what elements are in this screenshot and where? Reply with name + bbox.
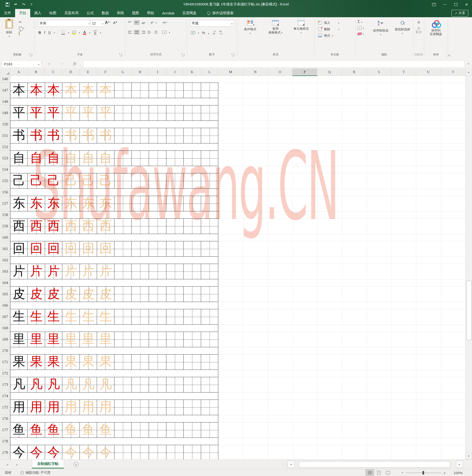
row-header-168[interactable]: 168	[0, 324, 10, 332]
practice-cell[interactable]: 平	[45, 105, 62, 120]
practice-cell[interactable]: 鱼	[28, 423, 45, 438]
sort-filter-button[interactable]: AZ 排序和筛选	[370, 20, 391, 36]
practice-cell[interactable]	[166, 219, 184, 234]
row-header-153[interactable]: 153	[0, 151, 10, 166]
enter-button[interactable]: ✓	[58, 60, 66, 67]
practice-cell[interactable]: 西	[45, 219, 62, 234]
column-header-V[interactable]: V	[441, 68, 466, 76]
practice-cell[interactable]	[132, 151, 149, 166]
practice-cell[interactable]	[166, 355, 184, 370]
practice-cell[interactable]	[132, 355, 149, 370]
ribbon-tab-视图[interactable]: 视图	[128, 9, 143, 17]
format-as-table-button[interactable]: 套用 表格格式	[263, 20, 287, 35]
practice-cell[interactable]: 西	[62, 219, 80, 234]
practice-cell[interactable]: 今	[45, 445, 62, 459]
practice-cell[interactable]	[149, 355, 166, 370]
practice-cell[interactable]	[184, 219, 201, 234]
row-header-156[interactable]: 156	[0, 189, 10, 196]
row-header-177[interactable]: 177	[0, 422, 10, 438]
practice-cell[interactable]	[132, 377, 149, 392]
row-header-149[interactable]: 149	[0, 105, 10, 121]
fill-color-dropdown[interactable]	[79, 31, 80, 34]
practice-cell[interactable]	[201, 287, 218, 302]
align-center-button[interactable]	[134, 30, 140, 34]
row-header-172[interactable]: 172	[0, 370, 10, 377]
practice-cell[interactable]	[132, 128, 149, 143]
percent-style-button[interactable]: %	[202, 31, 205, 35]
column-header-B[interactable]: B	[28, 68, 45, 76]
align-right-button[interactable]	[142, 31, 145, 34]
practice-cell[interactable]	[201, 355, 218, 370]
column-header-E[interactable]: E	[80, 68, 97, 76]
row-header-159[interactable]: 159	[0, 219, 10, 234]
decrease-font-size-button[interactable]: A▼	[113, 21, 117, 25]
practice-cell[interactable]: 里	[62, 332, 80, 347]
new-sheet-button[interactable]: +	[74, 462, 79, 467]
orientation-dropdown[interactable]	[156, 21, 157, 24]
practice-cell[interactable]: 皮	[80, 287, 97, 302]
practice-cell[interactable]: 东	[62, 196, 80, 211]
row-header-158[interactable]: 158	[0, 211, 10, 219]
vertical-scroll-thumb[interactable]	[466, 281, 472, 340]
practice-cell[interactable]	[149, 196, 166, 211]
practice-cell[interactable]	[201, 264, 218, 279]
increase-font-size-button[interactable]: A▲	[105, 20, 110, 25]
ribbon-tab-开始[interactable]: 开始	[15, 9, 30, 17]
borders-button[interactable]	[61, 31, 65, 34]
practice-cell[interactable]	[132, 105, 149, 120]
practice-cell[interactable]: 今	[10, 445, 28, 459]
practice-cell[interactable]: 回	[80, 241, 97, 256]
decrease-indent-button[interactable]	[148, 31, 151, 34]
practice-cell[interactable]	[114, 83, 132, 98]
practice-cell[interactable]	[132, 83, 149, 98]
close-button[interactable]	[461, 0, 472, 9]
ribbon-tab-文件[interactable]: 文件	[0, 9, 15, 17]
share-button[interactable]: 共享	[452, 10, 468, 17]
practice-cell[interactable]: 自	[80, 151, 97, 166]
practice-cell[interactable]	[166, 445, 184, 459]
merge-dropdown[interactable]	[169, 31, 170, 34]
practice-cell[interactable]	[166, 332, 184, 347]
copy-button[interactable]	[19, 26, 24, 30]
practice-cell[interactable]	[149, 309, 166, 324]
practice-cell[interactable]	[149, 83, 166, 98]
practice-cell[interactable]	[149, 173, 166, 188]
practice-cell[interactable]	[149, 445, 166, 459]
row-header-178[interactable]: 178	[0, 438, 10, 445]
practice-cell[interactable]	[166, 128, 184, 143]
practice-cell[interactable]: 片	[97, 264, 114, 279]
practice-cell[interactable]: 片	[28, 264, 45, 279]
cut-button[interactable]	[19, 20, 24, 24]
practice-cell[interactable]	[184, 400, 201, 415]
practice-cell[interactable]: 果	[45, 355, 62, 370]
practice-cell[interactable]: 里	[28, 332, 45, 347]
align-middle-button[interactable]	[134, 20, 140, 25]
practice-cell[interactable]: 自	[45, 151, 62, 166]
row-header-146[interactable]: 146	[0, 75, 10, 83]
practice-cell[interactable]: 里	[45, 332, 62, 347]
column-header-S[interactable]: S	[367, 68, 391, 76]
practice-cell[interactable]	[132, 309, 149, 324]
practice-cell[interactable]: 鱼	[97, 423, 114, 438]
practice-cell[interactable]	[166, 173, 184, 188]
cell-styles-button[interactable]: 单元格样式	[289, 20, 313, 35]
practice-cell[interactable]: 皮	[62, 287, 80, 302]
practice-cell[interactable]	[166, 287, 184, 302]
expand-formula-bar-button[interactable]: ▾	[468, 62, 469, 65]
practice-cell[interactable]: 用	[10, 400, 28, 415]
practice-cell[interactable]: 鱼	[10, 423, 28, 438]
ribbon-tab-插入[interactable]: 插入	[30, 9, 45, 17]
practice-cell[interactable]	[114, 332, 132, 347]
practice-cell[interactable]: 本	[97, 83, 114, 98]
practice-cell[interactable]: 片	[62, 264, 80, 279]
practice-cell[interactable]: 自	[10, 151, 28, 166]
practice-cell[interactable]	[184, 445, 201, 459]
practice-cell[interactable]: 东	[28, 196, 45, 211]
practice-cell[interactable]: 片	[45, 264, 62, 279]
font-color-dropdown[interactable]	[89, 31, 91, 34]
find-select-button[interactable]: 查找和选择	[392, 21, 413, 35]
practice-cell[interactable]: 东	[97, 196, 114, 211]
row-header-151[interactable]: 151	[0, 128, 10, 143]
practice-cell[interactable]: 凡	[80, 377, 97, 392]
row-header-167[interactable]: 167	[0, 309, 10, 324]
